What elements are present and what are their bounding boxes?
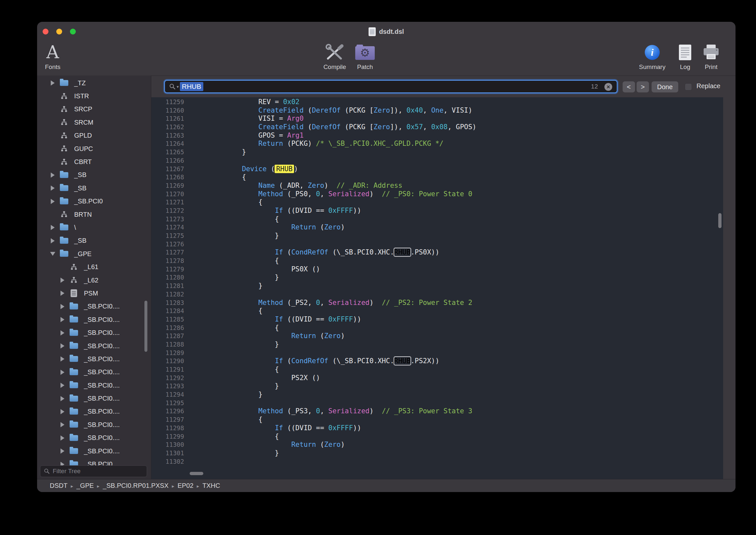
editor-horizontal-scrollbar-thumb[interactable] — [190, 472, 203, 475]
done-button[interactable]: Done — [652, 81, 678, 93]
editor-vertical-scrollbar-thumb[interactable] — [718, 213, 721, 228]
code-line: 11302 — [151, 458, 723, 466]
tree-item[interactable]: _SB.PCI0.... — [37, 366, 151, 379]
tree-item[interactable]: _SB.PCI0.... — [37, 300, 151, 313]
tree-item[interactable]: _SB.PCI0.... — [37, 458, 151, 466]
disclosure-triangle-icon[interactable] — [61, 422, 65, 427]
tree-item[interactable]: \ — [37, 221, 151, 234]
close-button[interactable] — [42, 29, 48, 35]
code-line: 11289 — [151, 349, 723, 357]
sidebar-scrollbar-thumb[interactable] — [145, 301, 148, 352]
minimize-button[interactable] — [56, 29, 62, 35]
disclosure-triangle-icon[interactable] — [61, 317, 65, 322]
code-line: 11288 } — [151, 340, 723, 349]
disclosure-triangle-icon[interactable] — [51, 173, 55, 178]
line-number: 11291 — [151, 365, 184, 374]
tree-item[interactable]: _SB.PCI0.... — [37, 392, 151, 405]
tree-item-label: _GPE — [74, 250, 92, 258]
tree-item[interactable]: BRTN — [37, 208, 151, 221]
folder-icon — [69, 369, 79, 375]
code-line: 11274 Return (Zero) — [151, 223, 723, 232]
patch-label: Patch — [357, 64, 373, 70]
disclosure-triangle-icon[interactable] — [61, 356, 65, 361]
app-window: dsdt.dsl A Fonts Compile ⚙ Patch — [37, 22, 736, 492]
disclosure-triangle-icon[interactable] — [61, 409, 65, 414]
line-number: 11273 — [151, 215, 184, 224]
tree-item[interactable]: _L61 — [37, 260, 151, 273]
breadcrumb-item[interactable]: _GPE — [76, 482, 94, 489]
disclosure-triangle-icon[interactable] — [51, 80, 55, 86]
disclosure-triangle-icon[interactable] — [61, 383, 65, 388]
tree-item[interactable]: _SB.PCI0.... — [37, 339, 151, 352]
disclosure-triangle-icon[interactable] — [61, 448, 65, 454]
patch-button[interactable]: ⚙ Patch — [345, 42, 385, 70]
disclosure-triangle-icon[interactable] — [61, 278, 65, 283]
tree-item[interactable]: GPLD — [37, 129, 151, 142]
tree-item[interactable]: _SB.PCI0.... — [37, 418, 151, 431]
line-number: 11280 — [151, 273, 184, 282]
disclosure-triangle-icon[interactable] — [50, 252, 55, 256]
disclosure-triangle-icon[interactable] — [61, 304, 65, 309]
tree-item[interactable]: CBRT — [37, 155, 151, 168]
disclosure-triangle-icon[interactable] — [61, 343, 65, 349]
search-menu-icon[interactable]: ▾ — [169, 83, 179, 90]
breadcrumb-separator-icon: ▸ — [172, 483, 175, 489]
line-number: 11276 — [151, 240, 184, 249]
find-input[interactable]: ▾ RHUB 12 ✕ — [164, 80, 617, 93]
disclosure-triangle-icon[interactable] — [51, 185, 55, 191]
tree-item[interactable]: PSM — [37, 287, 151, 300]
clear-search-icon[interactable]: ✕ — [605, 83, 612, 91]
previous-match-button[interactable]: < — [623, 81, 635, 93]
tree-item[interactable]: GUPC — [37, 142, 151, 155]
replace-checkbox[interactable] — [685, 83, 692, 91]
tree-item[interactable]: _L62 — [37, 274, 151, 287]
tree-item[interactable]: _SB.PCI0.... — [37, 313, 151, 326]
tree-item[interactable]: _TZ — [37, 76, 151, 90]
disclosure-triangle-icon[interactable] — [51, 238, 55, 243]
fonts-button[interactable]: A Fonts — [37, 42, 68, 70]
log-label: Log — [680, 64, 690, 70]
tree-item[interactable]: _SB — [37, 234, 151, 247]
tree-item[interactable]: _SB.PCI0 — [37, 195, 151, 208]
filter-tree-input[interactable]: Filter Tree — [40, 465, 147, 477]
tree-item[interactable]: _SB.PCI0.... — [37, 432, 151, 444]
breadcrumb-item[interactable]: EP02 — [177, 482, 194, 489]
tree-item[interactable]: _SB.PCI0.... — [37, 405, 151, 418]
tree-item[interactable]: ISTR — [37, 90, 151, 102]
disclosure-triangle-icon[interactable] — [61, 396, 65, 401]
tree-item[interactable]: _SB.PCI0.... — [37, 379, 151, 392]
tree-item[interactable]: _SB.PCI0.... — [37, 444, 151, 458]
tree-item-label: SRCP — [74, 105, 93, 113]
search-match-outline: RHUB — [394, 357, 411, 365]
folder-icon — [59, 80, 69, 86]
tree-item[interactable]: SRCP — [37, 103, 151, 116]
breadcrumb-item[interactable]: DSDT — [50, 482, 68, 489]
tree-item[interactable]: SRCM — [37, 116, 151, 129]
print-button[interactable]: Print — [691, 42, 731, 70]
next-match-button[interactable]: > — [636, 81, 649, 93]
disclosure-triangle-icon[interactable] — [61, 291, 65, 296]
disclosure-triangle-icon[interactable] — [61, 330, 65, 335]
disclosure-triangle-icon[interactable] — [61, 436, 65, 441]
tree-item[interactable]: _SB.PCI0.... — [37, 326, 151, 339]
tree-item[interactable]: _SB.PCI0.... — [37, 352, 151, 365]
disclosure-triangle-icon[interactable] — [51, 225, 55, 230]
breadcrumb-item[interactable]: _SB.PCI0.RP01.PXSX — [103, 482, 169, 489]
search-icon — [43, 468, 50, 474]
tree-item[interactable]: _SB — [37, 169, 151, 182]
line-number: 11289 — [151, 349, 184, 357]
line-number: 11261 — [151, 115, 184, 123]
breadcrumb-item[interactable]: TXHC — [202, 482, 220, 489]
tree-item-label: _SB.PCI0.... — [84, 355, 120, 363]
tree-item-label: _SB.PCI0.... — [84, 368, 120, 376]
disclosure-triangle-icon[interactable] — [51, 199, 55, 204]
folder-icon — [69, 304, 79, 309]
code-editor[interactable]: 11259 REV = 0x0211260 CreateField (Deref… — [151, 97, 723, 479]
toolbar: A Fonts Compile ⚙ Patch i Summary — [37, 41, 736, 76]
tree-item[interactable]: _GPE — [37, 247, 151, 260]
disclosure-triangle-icon[interactable] — [61, 370, 65, 375]
chevron-right-icon: > — [641, 83, 645, 91]
zoom-button[interactable] — [70, 29, 76, 35]
info-icon: i — [645, 45, 660, 60]
tree-item[interactable]: _SB — [37, 182, 151, 195]
